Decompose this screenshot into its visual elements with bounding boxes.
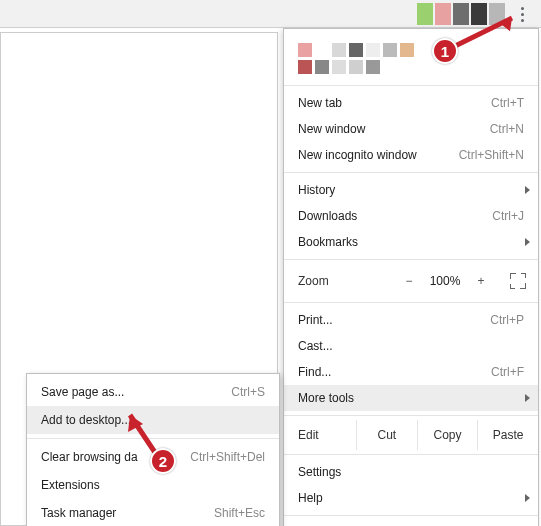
menu-new-incognito[interactable]: New incognito window Ctrl+Shift+N <box>284 142 538 168</box>
edit-cut-button[interactable]: Cut <box>356 420 417 450</box>
menu-separator <box>284 415 538 416</box>
menu-print[interactable]: Print... Ctrl+P <box>284 307 538 333</box>
menu-zoom: Zoom − 100% + <box>284 264 538 298</box>
menu-label: New incognito window <box>298 148 459 162</box>
menu-label: Settings <box>298 465 524 479</box>
submenu-save-page[interactable]: Save page as... Ctrl+S <box>27 378 279 406</box>
menu-label: Cast... <box>298 339 524 353</box>
menu-shortcut: Ctrl+F <box>491 365 524 379</box>
menu-edit-row: Edit Cut Copy Paste <box>284 420 538 450</box>
browser-toolbar <box>0 0 541 28</box>
menu-downloads[interactable]: Downloads Ctrl+J <box>284 203 538 229</box>
chevron-right-icon <box>525 186 530 194</box>
submenu-extensions[interactable]: Extensions <box>27 471 279 499</box>
menu-label: Add to desktop... <box>41 413 265 427</box>
menu-more-tools[interactable]: More tools <box>284 385 538 411</box>
menu-label: Zoom <box>298 274 400 288</box>
menu-label: Help <box>298 491 524 505</box>
submenu-add-to-desktop[interactable]: Add to desktop... <box>27 406 279 434</box>
menu-separator <box>284 259 538 260</box>
menu-label: Extensions <box>41 478 265 492</box>
menu-label: New window <box>298 122 490 136</box>
menu-cast[interactable]: Cast... <box>284 333 538 359</box>
menu-shortcut: Ctrl+N <box>490 122 524 136</box>
menu-new-window[interactable]: New window Ctrl+N <box>284 116 538 142</box>
chrome-main-menu: New tab Ctrl+T New window Ctrl+N New inc… <box>283 28 539 526</box>
menu-shortcut: Ctrl+P <box>490 313 524 327</box>
extension-icon[interactable] <box>435 3 451 25</box>
extension-icon[interactable] <box>471 3 487 25</box>
menu-label: More tools <box>298 391 524 405</box>
more-tools-submenu: Save page as... Ctrl+S Add to desktop...… <box>26 373 280 526</box>
edit-copy-button[interactable]: Copy <box>417 420 478 450</box>
menu-button-three-dots[interactable] <box>509 0 535 28</box>
menu-label: Edit <box>298 428 356 442</box>
menu-label: Downloads <box>298 209 492 223</box>
extensions-area <box>417 3 505 25</box>
menu-label: Find... <box>298 365 491 379</box>
menu-shortcut: Ctrl+S <box>231 385 265 399</box>
menu-label: Print... <box>298 313 490 327</box>
menu-settings[interactable]: Settings <box>284 459 538 485</box>
menu-separator <box>284 454 538 455</box>
profile-avatar <box>298 43 428 74</box>
menu-label: Bookmarks <box>298 235 524 249</box>
menu-shortcut: Ctrl+J <box>492 209 524 223</box>
menu-label: Task manager <box>41 506 214 520</box>
menu-label: History <box>298 183 524 197</box>
edit-paste-button[interactable]: Paste <box>477 420 538 450</box>
profile-row[interactable] <box>284 29 538 81</box>
extension-icon[interactable] <box>417 3 433 25</box>
chevron-right-icon <box>525 494 530 502</box>
menu-separator <box>284 302 538 303</box>
zoom-percent: 100% <box>426 274 464 288</box>
menu-separator <box>284 172 538 173</box>
chevron-right-icon <box>525 394 530 402</box>
menu-shortcut: Ctrl+Shift+Del <box>190 450 265 464</box>
menu-label: New tab <box>298 96 491 110</box>
chevron-right-icon <box>525 238 530 246</box>
submenu-task-manager[interactable]: Task manager Shift+Esc <box>27 499 279 526</box>
annotation-badge-1: 1 <box>432 38 458 64</box>
menu-separator <box>27 438 279 439</box>
menu-shortcut: Ctrl+Shift+N <box>459 148 524 162</box>
menu-find[interactable]: Find... Ctrl+F <box>284 359 538 385</box>
zoom-in-button[interactable]: + <box>472 274 490 288</box>
menu-history[interactable]: History <box>284 177 538 203</box>
menu-help[interactable]: Help <box>284 485 538 511</box>
menu-separator <box>284 85 538 86</box>
menu-exit[interactable]: Exit Ctrl+Shift+Q <box>284 520 538 526</box>
menu-separator <box>284 515 538 516</box>
menu-shortcut: Ctrl+T <box>491 96 524 110</box>
menu-shortcut: Shift+Esc <box>214 506 265 520</box>
zoom-out-button[interactable]: − <box>400 274 418 288</box>
menu-bookmarks[interactable]: Bookmarks <box>284 229 538 255</box>
menu-new-tab[interactable]: New tab Ctrl+T <box>284 90 538 116</box>
extension-icon[interactable] <box>453 3 469 25</box>
fullscreen-icon[interactable] <box>508 271 528 291</box>
menu-label: Save page as... <box>41 385 231 399</box>
extension-icon[interactable] <box>489 3 505 25</box>
annotation-badge-2: 2 <box>150 448 176 474</box>
